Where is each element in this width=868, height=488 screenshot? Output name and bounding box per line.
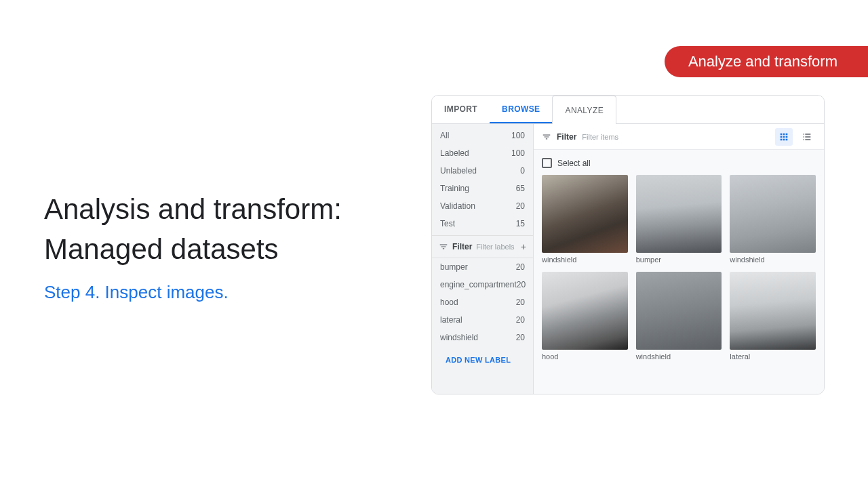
section-badge: Analyze and transform (665, 46, 868, 77)
image-caption: windshield (636, 350, 722, 361)
count-value: 15 (516, 219, 525, 228)
label-count: 20 (516, 298, 525, 307)
tab-bar: IMPORT BROWSE ANALYZE (432, 96, 824, 124)
title-line-1: Analysis and transform: (44, 190, 342, 230)
count-value: 65 (516, 184, 525, 193)
image-thumbnail (730, 272, 816, 350)
tab-import[interactable]: IMPORT (432, 96, 490, 123)
sidebar-filter-label: Filter (452, 242, 472, 251)
select-all-label: Select all (557, 159, 591, 168)
image-card[interactable]: lateral (730, 272, 816, 361)
sidebar-count-training[interactable]: Training 65 (432, 180, 533, 197)
image-grid: windshield bumper windshield hood windsh… (534, 175, 824, 369)
list-view-button[interactable] (798, 128, 816, 146)
count-label: Validation (440, 201, 475, 211)
label-name: engine_compartment (440, 280, 517, 289)
image-caption: windshield (730, 253, 816, 264)
sidebar-count-unlabeled[interactable]: Unlabeled 0 (432, 162, 533, 180)
image-card[interactable]: windshield (636, 272, 722, 361)
tab-analyze[interactable]: ANALYZE (552, 96, 616, 124)
image-thumbnail (542, 272, 628, 350)
sidebar-count-test[interactable]: Test 15 (432, 215, 533, 232)
label-name: windshield (440, 333, 478, 342)
label-row-engine-compartment[interactable]: engine_compartment 20 (432, 276, 533, 293)
image-thumbnail (636, 175, 722, 253)
dataset-panel: IMPORT BROWSE ANALYZE All 100 Labeled 10… (431, 95, 825, 394)
count-value: 100 (511, 131, 525, 140)
select-all-checkbox[interactable] (542, 158, 552, 168)
image-thumbnail (542, 175, 628, 253)
tab-browse[interactable]: BROWSE (490, 96, 552, 123)
panel-body: All 100 Labeled 100 Unlabeled 0 Training… (432, 124, 824, 394)
label-count: 20 (516, 315, 525, 325)
image-card[interactable]: windshield (542, 175, 628, 264)
image-card[interactable]: bumper (636, 175, 722, 264)
sidebar-count-validation[interactable]: Validation 20 (432, 197, 533, 215)
label-name: lateral (440, 315, 462, 325)
label-row-hood[interactable]: hood 20 (432, 293, 533, 311)
count-label: Unlabeled (440, 166, 477, 176)
toolbar-filter-label: Filter (557, 132, 576, 142)
count-label: Training (440, 184, 469, 193)
label-row-bumper[interactable]: bumper 20 (432, 258, 533, 276)
filter-icon (542, 132, 551, 142)
title-line-2: Managed datasets (44, 230, 342, 270)
sidebar-count-all[interactable]: All 100 (432, 124, 533, 144)
count-label: Labeled (440, 148, 469, 158)
image-card[interactable]: windshield (730, 175, 816, 264)
label-name: bumper (440, 262, 468, 272)
label-row-lateral[interactable]: lateral 20 (432, 311, 533, 329)
grid-icon (778, 131, 789, 142)
add-new-label-button[interactable]: ADD NEW LABEL (432, 346, 533, 371)
label-count: 20 (517, 280, 526, 289)
image-caption: lateral (730, 350, 816, 361)
count-label: All (440, 131, 449, 140)
sidebar-filter-row[interactable]: Filter Filter labels + (432, 235, 533, 258)
label-list: bumper 20 engine_compartment 20 hood 20 … (432, 258, 533, 346)
label-name: hood (440, 298, 458, 307)
sidebar-filter-placeholder: Filter labels (476, 243, 516, 251)
toolbar-filter-placeholder[interactable]: Filter items (582, 133, 673, 141)
sidebar: All 100 Labeled 100 Unlabeled 0 Training… (432, 124, 534, 394)
count-value: 20 (516, 201, 525, 211)
label-count: 20 (516, 333, 525, 342)
label-row-windshield[interactable]: windshield 20 (432, 329, 533, 346)
image-thumbnail (730, 175, 816, 253)
image-caption: windshield (542, 253, 628, 264)
toolbar: Filter Filter items (534, 124, 824, 150)
count-value: 100 (511, 148, 525, 158)
plus-icon[interactable]: + (521, 241, 526, 252)
sidebar-count-labeled[interactable]: Labeled 100 (432, 144, 533, 162)
list-icon (802, 131, 812, 142)
image-caption: bumper (636, 253, 722, 264)
step-line: Step 4. Inspect images. (44, 282, 342, 303)
image-caption: hood (542, 350, 628, 361)
slide-text: Analysis and transform: Managed datasets… (44, 190, 342, 303)
select-all-row[interactable]: Select all (534, 150, 824, 175)
image-thumbnail (636, 272, 722, 350)
filter-icon (439, 242, 448, 251)
label-count: 20 (516, 262, 525, 272)
grid-view-button[interactable] (775, 128, 793, 146)
main-area: Filter Filter items Select all (534, 124, 824, 394)
image-card[interactable]: hood (542, 272, 628, 361)
count-label: Test (440, 219, 455, 228)
count-value: 0 (520, 166, 525, 176)
